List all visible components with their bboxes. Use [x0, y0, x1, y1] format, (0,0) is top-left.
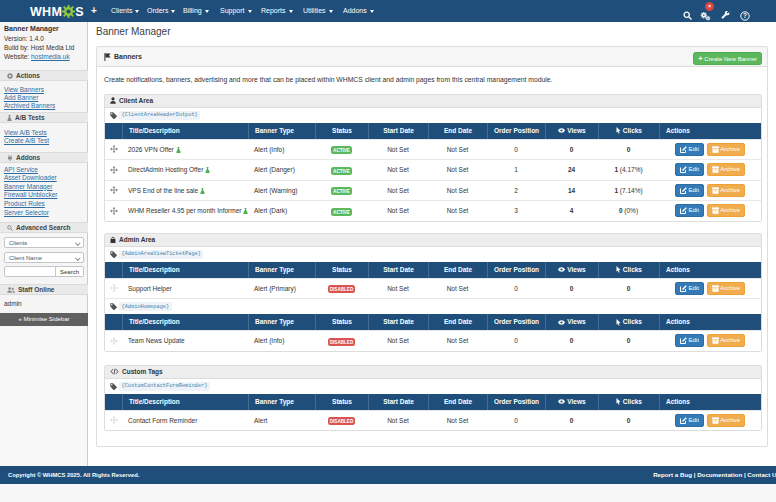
svg-text:?: ?	[743, 12, 747, 19]
